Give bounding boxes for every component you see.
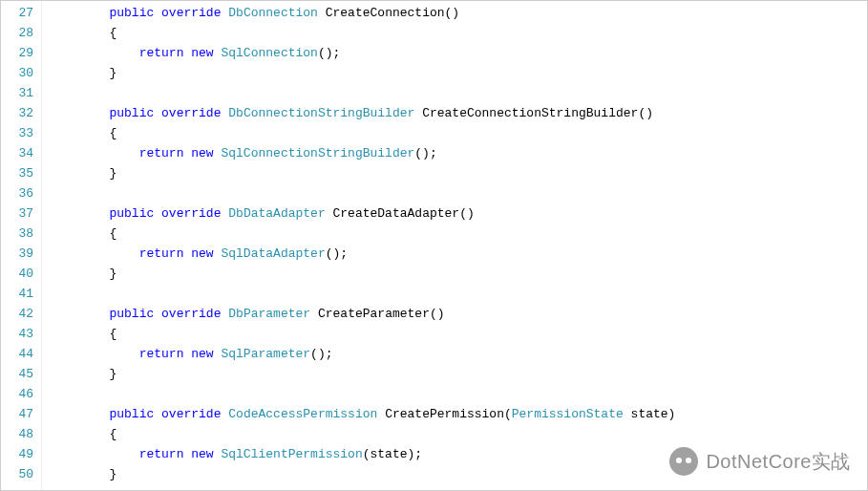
- code-line[interactable]: return new SqlClientPermission(state);: [50, 444, 675, 464]
- code-content[interactable]: public override DbConnection CreateConne…: [42, 1, 675, 490]
- line-number: 46: [7, 384, 33, 404]
- code-line[interactable]: {: [50, 23, 675, 43]
- code-line[interactable]: }: [50, 63, 675, 83]
- line-number: 36: [7, 183, 33, 203]
- line-number: 28: [7, 23, 33, 43]
- line-number: 44: [7, 344, 33, 364]
- line-number: 43: [7, 324, 33, 344]
- line-number: 41: [7, 284, 33, 304]
- line-number: 37: [7, 203, 33, 224]
- line-number: 27: [7, 3, 33, 23]
- line-number: 50: [7, 464, 33, 484]
- code-line[interactable]: }: [50, 364, 675, 384]
- line-number-gutter: 2728293031323334353637383940414243444546…: [1, 1, 42, 490]
- line-number: 48: [7, 424, 33, 444]
- line-number: 42: [7, 304, 33, 324]
- code-line[interactable]: public override DbDataAdapter CreateData…: [50, 203, 675, 224]
- code-line[interactable]: [50, 284, 675, 304]
- code-line[interactable]: }: [50, 163, 675, 183]
- code-line[interactable]: {: [50, 324, 675, 344]
- code-line[interactable]: return new SqlConnectionStringBuilder();: [50, 143, 675, 163]
- code-line[interactable]: {: [50, 123, 675, 143]
- code-line[interactable]: public override DbConnection CreateConne…: [50, 3, 675, 23]
- code-line[interactable]: return new SqlConnection();: [50, 43, 675, 63]
- line-number: 29: [7, 43, 33, 63]
- code-line[interactable]: public override DbConnectionStringBuilde…: [50, 103, 675, 123]
- line-number: 34: [7, 143, 33, 163]
- line-number: 31: [7, 83, 33, 103]
- code-line[interactable]: {: [50, 224, 675, 244]
- line-number: 35: [7, 163, 33, 183]
- code-line[interactable]: }: [50, 264, 675, 284]
- code-editor[interactable]: 2728293031323334353637383940414243444546…: [0, 0, 868, 491]
- code-line[interactable]: }: [50, 464, 675, 484]
- line-number: 33: [7, 123, 33, 143]
- line-number: 39: [7, 244, 33, 264]
- line-number: 49: [7, 444, 33, 464]
- line-number: 38: [7, 224, 33, 244]
- code-line[interactable]: public override DbParameter CreateParame…: [50, 304, 675, 324]
- code-line[interactable]: return new SqlParameter();: [50, 344, 675, 364]
- line-number: 30: [7, 63, 33, 83]
- line-number: 32: [7, 103, 33, 123]
- line-number: 45: [7, 364, 33, 384]
- code-line[interactable]: return new SqlDataAdapter();: [50, 244, 675, 264]
- line-number: 47: [7, 404, 33, 424]
- code-line[interactable]: [50, 384, 675, 404]
- code-line[interactable]: [50, 183, 675, 203]
- code-line[interactable]: public override CodeAccessPermission Cre…: [50, 404, 675, 424]
- code-line[interactable]: [50, 83, 675, 103]
- line-number: 40: [7, 264, 33, 284]
- code-line[interactable]: {: [50, 424, 675, 444]
